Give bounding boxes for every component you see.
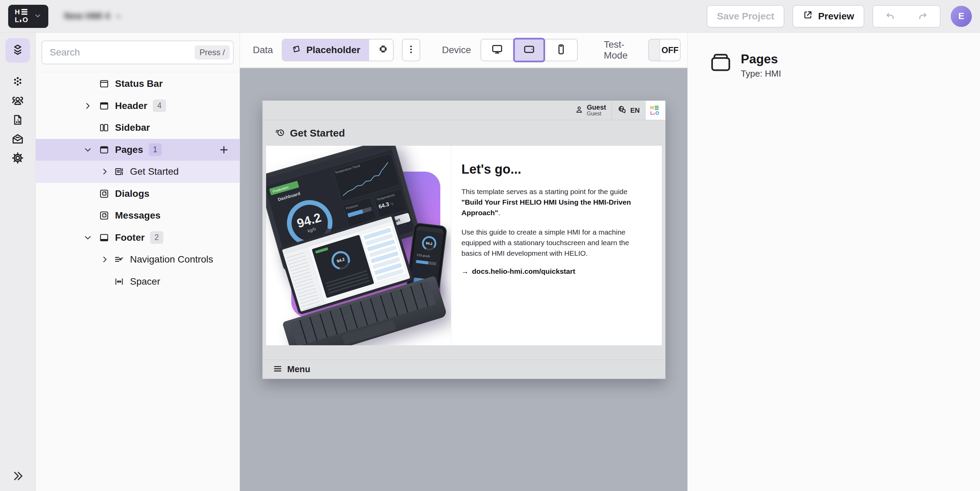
kebab-menu-icon [406,44,416,56]
preview-label: Preview [818,11,854,22]
svg-text:O: O [22,16,28,23]
tree-item-dialogs[interactable]: Dialogs [36,183,240,205]
hmi-page-header: Get Started [263,120,665,146]
preview-button[interactable]: Preview [792,5,864,27]
search-row: Search Press / [36,33,240,72]
placeholder-icon [291,44,301,57]
helio-logo-menu[interactable]: H L O [8,5,48,28]
person-icon [575,105,584,115]
navigation-controls-icon [114,254,124,265]
hmi-intro-heading: Let's go... [461,162,650,177]
panel-top-icon [99,79,109,89]
collapse-rail-button[interactable] [0,470,36,483]
tree-item-get-started[interactable]: Get Started [36,161,240,183]
placeholder-label: Placeholder [306,45,360,56]
settings-icon [11,151,24,166]
monitor-icon [492,44,503,57]
device-tablet[interactable] [513,38,545,62]
svg-text:L: L [650,110,653,115]
tree-item-pages[interactable]: Pages 1 [36,139,240,161]
svg-text:H: H [650,105,654,110]
panel-footer-icon [99,233,109,243]
chip-icon [378,44,388,57]
data-label: Data [253,45,273,56]
save-project-button[interactable]: Save Project [707,5,784,27]
tree-item-sidebar[interactable]: Sidebar [36,117,240,139]
device-segmented [480,39,578,61]
design-canvas[interactable]: Guest Guest [240,68,687,491]
history-buttons [872,5,940,27]
device-desktop[interactable] [481,39,513,61]
tree-item-messages[interactable]: Messages [36,205,240,227]
chevron-right-icon[interactable] [83,102,99,110]
layers-icon [11,43,24,57]
hmi-helio-logo: H L O [646,101,665,120]
tree-item-status-bar[interactable]: Status Bar [36,73,240,95]
main-area: Data Placeholder [240,33,687,491]
chevron-down-icon [34,11,42,21]
search-shortcut-badge: Press / [195,45,230,60]
rail-item-mail[interactable] [11,130,24,149]
panel-left-icon [99,123,109,133]
tree-item-footer[interactable]: Footer 2 [36,227,240,249]
chevron-right-icon[interactable] [100,167,114,176]
app-root: H L O New HMI 4 Save Project [0,0,980,491]
project-title[interactable]: New HMI 4 [64,11,122,21]
hmi-page-title: Get Started [290,128,345,139]
rail-item-layers[interactable] [5,38,30,63]
rail-item-assets[interactable] [11,111,24,130]
test-mode-label: Test-Mode [604,39,639,61]
svg-text:H: H [14,8,20,16]
tree-item-spacer[interactable]: Spacer [36,271,240,293]
device-phone[interactable] [545,39,577,61]
phone-icon [555,44,567,57]
helio-logo-icon: H L O [14,8,31,24]
tree-item-header[interactable]: Header 4 [36,95,240,117]
pages-window-icon [710,53,732,73]
quickstart-link[interactable]: → docs.helio-hmi.com/quickstart [461,267,650,276]
dialog-icon [99,210,109,221]
redo-button[interactable] [907,6,940,27]
page-article-icon [114,166,124,177]
search-input[interactable]: Search Press / [41,40,234,64]
hmi-user-name: Guest [587,104,606,111]
hmi-language-menu[interactable]: EN [612,101,645,120]
chevron-right-icon[interactable] [100,255,114,264]
test-mode-toggle[interactable]: OFF [648,39,681,61]
hmi-preview-card[interactable]: Guest Guest [262,100,666,379]
hmi-intro-text: Let's go... This template serves as a st… [451,146,662,345]
hmi-paragraph-1: This template serves as a starting point… [461,186,650,218]
chevron-down-icon[interactable] [83,145,99,154]
count-badge: 1 [149,143,162,156]
hmi-paragraph-2: Use this guide to create a simple HMI fo… [461,227,650,258]
icon-rail [0,33,36,491]
undo-button[interactable] [873,6,907,27]
plc-label: PLC [393,45,394,56]
layer-tree: Status Bar Header 4 [36,72,240,292]
tree-item-navigation-controls[interactable]: Navigation Controls [36,249,240,271]
add-page-button[interactable] [217,143,231,157]
rail-item-apps[interactable] [11,73,24,92]
toggle-state: OFF [659,40,680,61]
panel-header-icon [99,101,109,111]
inspector-subtitle: Type: HMI [741,69,781,79]
hmi-menu-bar[interactable]: Menu [263,360,665,379]
chevron-down-icon[interactable] [83,233,99,242]
rail-item-users[interactable] [11,92,24,111]
count-badge: 2 [150,231,163,244]
topbar: H L O New HMI 4 Save Project [0,0,980,33]
data-source-plc[interactable]: PLC [369,40,394,61]
hmi-user-role: Guest [587,111,606,117]
inspector-header: Pages Type: HMI [688,33,980,79]
rail-item-settings[interactable] [11,149,24,168]
hmi-user-menu[interactable]: Guest Guest [569,101,612,120]
more-options-button[interactable] [402,39,420,61]
inspector-panel: Pages Type: HMI [687,33,980,491]
data-source-segmented: Placeholder PLC [282,39,394,61]
count-badge: 4 [153,99,166,112]
mail-icon [11,132,24,147]
tablet-icon [523,44,535,57]
svg-text:O: O [655,110,659,115]
data-source-placeholder[interactable]: Placeholder [282,40,369,61]
user-avatar[interactable]: E [951,6,972,27]
